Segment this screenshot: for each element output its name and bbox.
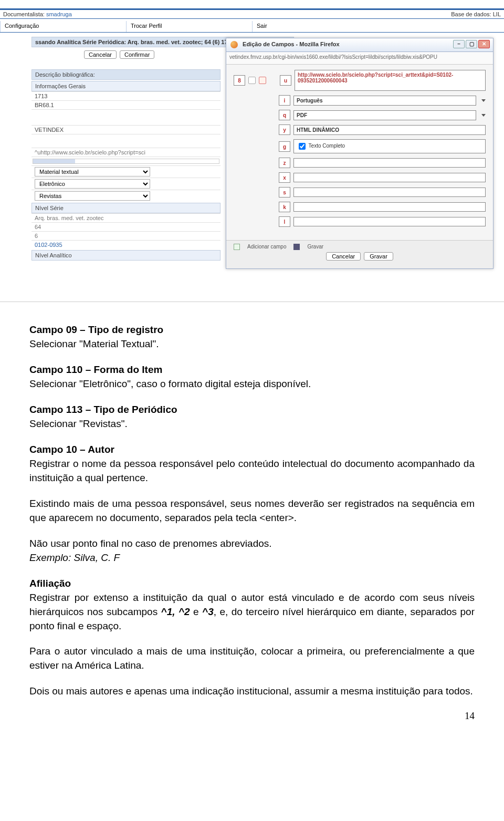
menu-sair[interactable]: Sair (252, 21, 378, 32)
window-close-button[interactable]: ✕ (478, 40, 490, 48)
delete-icon[interactable] (259, 77, 266, 84)
firefox-icon (230, 41, 238, 48)
action-row: Cancelar Confirmar (84, 50, 154, 59)
embedded-screenshot: Documentalista: smadruga Base de dados: … (0, 0, 504, 302)
dialog-title: Edição de Campos - Mozilla Firefox (243, 41, 340, 47)
afiliacao-body2: Para o autor vinculado a mais de uma ins… (29, 645, 475, 673)
code-z: z (279, 158, 290, 168)
window-minimize-button[interactable]: – (453, 40, 465, 48)
page-number: 14 (29, 710, 475, 722)
dialog-cancel-button[interactable]: Cancelar (326, 252, 361, 261)
add-field-link[interactable]: Adicionar campo (247, 244, 286, 250)
add-icon (234, 244, 240, 250)
select-revistas[interactable]: Revistas (35, 191, 150, 201)
select-material-textual[interactable]: Material textual (35, 167, 150, 176)
field-g[interactable]: Texto Completo (293, 139, 486, 153)
campo-09-body: Selecionar "Material Textual". (29, 337, 475, 351)
texto-completo-checkbox[interactable] (299, 143, 306, 150)
campo-113-heading: Campo 113 – Tipo de Periódico (29, 403, 475, 417)
row-vetindex: VETINDEX (32, 125, 220, 134)
window-maximize-button[interactable]: ▢ (466, 40, 477, 48)
page-icon (248, 77, 256, 84)
afiliacao-body3: Dois ou mais autores e apenas uma indica… (29, 684, 475, 699)
menu-config[interactable]: Configuração (0, 21, 126, 32)
code-g: g (279, 141, 290, 152)
code-l: l (279, 216, 290, 227)
documentalista-label: Documentalista: (3, 11, 45, 17)
info-header: Informações Gerais (32, 81, 220, 91)
nivel-analitico-header: Nível Analítico (32, 250, 220, 261)
code-k: k (279, 202, 290, 212)
row-issn: 0102-0935 (32, 240, 220, 249)
dialog-footer: Adicionar campo Gravar Cancelar Gravar (226, 240, 493, 268)
row-br: BR68.1 (32, 100, 220, 109)
dialog-titlebar: Edição de Campos - Mozilla Firefox – ▢ ✕ (226, 38, 493, 52)
campo-10-heading: Campo 10 – Autor (29, 443, 475, 457)
campo-10-example: Exemplo: Silva, C. F (29, 552, 120, 563)
code-y: y (279, 124, 290, 135)
field-l[interactable] (293, 217, 486, 226)
documentalista-user: smadruga (46, 11, 72, 17)
row-arq-bras: Arq. bras. med. vet. zootec (32, 213, 220, 222)
top-bar: Documentalista: smadruga Base de dados: … (0, 8, 504, 19)
select-eletronico[interactable]: Eletrônico (35, 179, 150, 189)
desc-header: Descrição bibliográfica: (32, 69, 220, 80)
dropdown-icon[interactable] (481, 114, 486, 117)
cancel-button[interactable]: Cancelar (84, 50, 117, 59)
field-q[interactable]: PDF (293, 110, 476, 120)
field-i[interactable]: Português (293, 96, 476, 106)
field-z[interactable] (293, 158, 486, 168)
code-i: i (279, 95, 290, 106)
menu-bar: Configuração Trocar Perfil Sair (0, 21, 504, 33)
row-6: 6 (32, 231, 220, 240)
campo-10-body3a: Não usar ponto final no caso de prenomes… (29, 538, 272, 549)
campo-110-body: Selecionar "Eletrônico", caso o formato … (29, 377, 475, 391)
dialog-address-bar[interactable]: vetindex.fmvz.usp.br/cgi-bin/wxis1660.ex… (226, 52, 493, 65)
edit-fields-dialog: Edição de Campos - Mozilla Firefox – ▢ ✕… (226, 38, 494, 269)
address-text: vetindex.fmvz.usp.br/cgi-bin/wxis1660.ex… (229, 54, 437, 60)
menu-trocar-perfil[interactable]: Trocar Perfil (126, 21, 252, 32)
field-y[interactable]: HTML DINÂMICO (293, 125, 486, 135)
field-k[interactable] (293, 202, 486, 212)
row-64: 64 (32, 222, 220, 231)
dialog-body: 8 u http://www.scielo.br/scielo.php?scri… (226, 65, 493, 236)
save-link[interactable]: Gravar (307, 244, 323, 250)
campo-113-body: Selecionar "Revistas". (29, 417, 475, 431)
dropdown-icon[interactable] (481, 99, 486, 102)
afiliacao-heading: Afiliação (29, 577, 475, 591)
campo-10-body1: Registrar o nome da pessoa responsável p… (29, 457, 475, 485)
field-u-url[interactable]: http://www.scielo.br/scielo.php?script=s… (295, 70, 486, 91)
row-id: 1713 (32, 91, 220, 100)
document-body: Campo 09 – Tipo de registro Selecionar "… (0, 302, 504, 743)
campo-09-heading: Campo 09 – Tipo de registro (29, 323, 475, 337)
nivel-serie-header: Nível Série (32, 203, 220, 213)
row-url: ^uhttp://www.scielo.br/scielo.php?script… (32, 148, 220, 157)
code-s: s (279, 187, 290, 198)
code-q: q (279, 110, 290, 120)
field-x[interactable] (293, 173, 486, 182)
code-u: u (280, 75, 291, 86)
code-x: x (279, 172, 290, 183)
disk-icon (293, 244, 300, 250)
code-8: 8 (234, 75, 245, 86)
database-label: Base de dados: LIL (451, 11, 501, 17)
confirm-button[interactable]: Confirmar (120, 50, 154, 59)
dialog-save-button[interactable]: Gravar (364, 252, 393, 261)
field-s[interactable] (293, 188, 486, 197)
campo-110-heading: Campo 110 – Forma do Item (29, 363, 475, 377)
campo-10-body2: Existindo mais de uma pessoa responsável… (29, 497, 475, 525)
left-form-panel: Descrição bibliográfica: Informações Ger… (32, 68, 220, 261)
